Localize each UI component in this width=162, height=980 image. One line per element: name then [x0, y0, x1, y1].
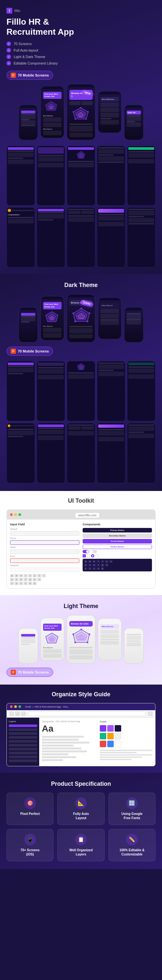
card — [98, 222, 124, 226]
sidebar-layer-7 — [9, 748, 37, 750]
line — [98, 154, 114, 156]
toolbar-btn[interactable]: T — [21, 711, 25, 716]
swatch-light-gray — [115, 733, 121, 740]
window-close[interactable] — [10, 705, 13, 708]
sidebar-layer-5 — [9, 740, 37, 743]
light-phone-1 — [18, 628, 38, 664]
key: s — [14, 578, 19, 581]
screen-card-3 — [100, 113, 119, 118]
window-maximize-btn[interactable] — [19, 513, 21, 516]
phone-screen: Most Recent — [98, 301, 121, 339]
toolbar-btn[interactable]: ⚙ — [148, 711, 152, 716]
key: i — [42, 574, 46, 577]
phone-inner: Apply Job — [126, 109, 142, 138]
dark-key: v — [97, 567, 100, 570]
line — [8, 217, 34, 218]
c — [38, 375, 64, 379]
card — [8, 153, 34, 157]
phone-notch — [76, 294, 86, 296]
window-maximize[interactable] — [19, 705, 21, 708]
dark-phone-2: Find your NextDream Job Best Matches — [40, 296, 65, 340]
dark-key: g — [101, 563, 104, 566]
swatch-dark — [115, 725, 121, 732]
l — [98, 370, 114, 371]
card — [38, 214, 64, 219]
window-close-btn[interactable] — [10, 513, 13, 516]
window-title-label: Draft — HR & Recruitment App - Dra... — [25, 705, 152, 708]
ui-toolkit-title: UI Toolkit — [6, 498, 156, 504]
l — [128, 366, 154, 368]
l — [128, 432, 144, 433]
card — [43, 333, 62, 337]
line — [128, 151, 154, 153]
window-minimize[interactable] — [14, 705, 17, 708]
input-col-title: Input Field — [10, 523, 79, 526]
input-mock-1 — [10, 531, 79, 536]
zoom-control — [28, 711, 146, 716]
radar-chart-large — [69, 106, 92, 122]
card — [100, 320, 119, 325]
card — [69, 334, 93, 338]
phone-screen — [19, 108, 38, 140]
spec-icon-4: 📱 — [24, 834, 36, 845]
toolbar-btn[interactable]: ☰ — [10, 711, 14, 716]
line — [68, 161, 94, 162]
screen-line-1 — [69, 124, 93, 125]
components-col: Components Primary Button Secondary Butt… — [83, 523, 152, 585]
phone-screen: Apply Job — [124, 108, 143, 140]
sidebar-layer-6 — [9, 744, 37, 746]
dark-showcase-9 — [97, 423, 125, 483]
l — [8, 373, 23, 374]
spec-icon-1: 🎯 — [24, 797, 36, 809]
input-label-2: Focus — [10, 537, 79, 539]
phone-inner: Find your NextDream Job Best Matches — [42, 622, 62, 659]
input-mock-3 — [10, 549, 79, 554]
dark-key: f — [97, 563, 100, 566]
l — [38, 367, 64, 368]
spec-card-5: 📋 Well OrganizedLayers — [57, 829, 104, 861]
svg-point-19 — [81, 308, 82, 309]
phone-inner: Most Recent — [100, 623, 120, 659]
dark-key: d — [92, 563, 96, 566]
spec-card-3: 🔡 Using GoogleFree Fonts — [108, 792, 156, 825]
screen-card-2 — [100, 108, 119, 112]
window-minimize-btn[interactable] — [14, 513, 17, 516]
checkbox-empty — [87, 554, 90, 557]
showcase-phone-3 — [67, 146, 95, 206]
dark-key: t — [101, 560, 104, 563]
screen-card-2 — [69, 133, 93, 137]
phone-screen — [124, 632, 143, 663]
l — [128, 425, 154, 426]
dark-theme-phones: Find your NextDream Job Best Matches — [6, 294, 156, 343]
radar-chart — [43, 100, 59, 113]
hero-phones-layout: Find your NextDream Job Best Matches Mos… — [6, 84, 156, 140]
screen-card-1 — [69, 126, 93, 132]
c — [38, 436, 64, 440]
phone-screen: Find your NextDream Job Best Matches Mos… — [41, 89, 64, 138]
spec-icon-3: 🔡 — [126, 797, 138, 809]
c — [8, 431, 34, 435]
check-icon-4: ✓ — [6, 61, 11, 65]
radio-inner — [92, 555, 93, 557]
c — [128, 426, 154, 431]
line — [128, 223, 154, 224]
content — [37, 361, 65, 421]
figma-toolbar: ☰ ⬜ T ⚙ — [7, 710, 155, 718]
card — [68, 217, 94, 222]
congrats-text: Congratulations! — [8, 214, 34, 216]
card — [128, 211, 154, 215]
phone-inner: Find your NextDream Job Best Matches Mos… — [42, 91, 62, 137]
svg-point-32 — [81, 628, 82, 630]
light-theme-title: Light Theme — [6, 603, 156, 610]
dark-showcase-2 — [37, 361, 65, 421]
radar-large-light — [69, 628, 94, 646]
key: x — [14, 582, 19, 585]
hero-title: Filllo HR &Recruitment App — [6, 17, 156, 37]
input-mock-4 — [10, 558, 79, 563]
toolbar-btn[interactable]: ⬜ — [15, 711, 20, 716]
typography-col: Typography - iOS: Airbnb Grotesk App Aa — [39, 718, 97, 766]
card — [128, 218, 154, 223]
sidebar-layer-1 — [9, 724, 37, 727]
typography-char: Aa — [42, 724, 95, 734]
c — [38, 430, 64, 434]
